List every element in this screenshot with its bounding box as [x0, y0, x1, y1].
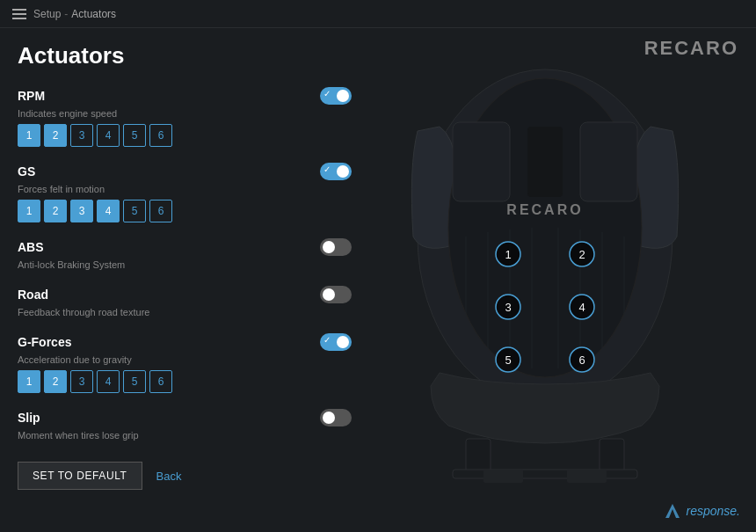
gs-btn-1[interactable]: 1: [18, 200, 40, 222]
actuator-rpm-buttons: 1 2 3 4 5 6: [18, 124, 352, 147]
actuator-gforces-buttons: 1 2 3 4 5 6: [18, 370, 352, 393]
svg-rect-8: [483, 470, 523, 483]
svg-rect-4: [527, 127, 563, 197]
svg-rect-6: [600, 439, 624, 474]
svg-rect-3: [580, 122, 637, 201]
actuator-road-toggle[interactable]: [320, 286, 352, 303]
actuator-abs-desc: Anti-lock Braking System: [18, 259, 352, 270]
actuator-abs-toggle[interactable]: [320, 238, 352, 256]
actuator-slip-name: Slip: [18, 411, 40, 425]
rpm-btn-1[interactable]: 1: [18, 124, 40, 147]
actuator-slip: Slip Moment when tires lose grip: [18, 409, 352, 441]
gforces-btn-2[interactable]: 2: [44, 370, 67, 393]
gforces-btn-3[interactable]: 3: [70, 370, 93, 393]
svg-text:4: 4: [578, 301, 585, 314]
actuator-rpm-toggle[interactable]: [320, 87, 352, 105]
actuator-gs-name: GS: [18, 164, 35, 179]
gforces-btn-5[interactable]: 5: [123, 370, 146, 393]
actuator-abs-name: ABS: [18, 240, 44, 254]
response-logo-area: response.: [662, 502, 740, 520]
actuator-gforces-toggle[interactable]: [320, 333, 352, 351]
actuator-gs-toggle[interactable]: [320, 163, 352, 180]
actuator-rpm-name: RPM: [18, 89, 45, 103]
bottom-actions: SeT To DefaulT Back: [18, 462, 352, 490]
actuator-road: Road Feedback through road texture: [18, 286, 352, 317]
svg-rect-5: [466, 439, 491, 474]
recaro-logo: RECARO: [644, 37, 738, 60]
actuator-slip-header: Slip: [18, 409, 352, 426]
actuator-gs-desc: Forces felt in motion: [18, 184, 352, 194]
rpm-btn-2[interactable]: 2: [44, 124, 67, 147]
seat-container: RECARO 1 2 3: [404, 61, 721, 500]
gs-btn-3[interactable]: 3: [70, 200, 93, 222]
svg-rect-2: [453, 122, 510, 201]
actuator-road-header: Road: [18, 286, 352, 303]
response-icon: [662, 502, 683, 520]
top-nav: Setup - Actuators: [0, 0, 756, 28]
gs-btn-6[interactable]: 6: [149, 200, 172, 222]
gs-btn-4[interactable]: 4: [97, 200, 120, 222]
rpm-btn-6[interactable]: 6: [149, 124, 172, 147]
svg-text:6: 6: [578, 353, 585, 367]
hamburger-menu[interactable]: [11, 7, 28, 21]
svg-text:RECARO: RECARO: [506, 202, 583, 217]
gforces-btn-4[interactable]: 4: [97, 370, 120, 393]
breadcrumb-setup[interactable]: Setup: [33, 8, 61, 20]
gforces-btn-1[interactable]: 1: [18, 370, 40, 393]
actuator-rpm-header: RPM: [18, 87, 352, 105]
breadcrumb-sep: -: [64, 8, 68, 20]
actuator-gforces: G-Forces Acceleration due to gravity 1 2…: [18, 333, 352, 393]
svg-text:2: 2: [578, 248, 585, 261]
rpm-btn-4[interactable]: 4: [97, 124, 120, 147]
actuator-gs: GS Forces felt in motion 1 2 3 4 5 6: [18, 163, 352, 222]
svg-rect-7: [453, 470, 637, 478]
rpm-btn-3[interactable]: 3: [70, 124, 93, 147]
svg-text:3: 3: [505, 301, 511, 314]
svg-marker-31: [665, 504, 680, 518]
response-logo-text: response.: [687, 504, 740, 518]
page-title: Actuators: [18, 42, 352, 69]
main-content: Actuators RPM Indicates engine speed 1 2…: [0, 28, 756, 532]
actuator-gforces-desc: Acceleration due to gravity: [18, 354, 352, 365]
actuator-abs: ABS Anti-lock Braking System: [18, 238, 352, 270]
rpm-btn-5[interactable]: 5: [123, 124, 146, 147]
actuator-gs-header: GS: [18, 163, 352, 180]
gs-btn-2[interactable]: 2: [44, 200, 67, 222]
set-to-default-button[interactable]: SeT To DefaulT: [18, 462, 142, 490]
actuator-gforces-name: G-Forces: [18, 335, 71, 349]
svg-text:5: 5: [505, 353, 511, 367]
actuator-gforces-header: G-Forces: [18, 333, 352, 351]
svg-rect-9: [567, 470, 607, 483]
actuator-rpm-desc: Indicates engine speed: [18, 108, 352, 119]
svg-text:1: 1: [505, 248, 511, 261]
breadcrumb-actuators: Actuators: [71, 8, 116, 20]
left-panel: Actuators RPM Indicates engine speed 1 2…: [0, 28, 369, 532]
actuator-slip-desc: Moment when tires lose grip: [18, 430, 352, 441]
back-button[interactable]: Back: [156, 470, 182, 483]
seat-svg: RECARO 1 2 3: [404, 61, 686, 483]
actuator-slip-toggle[interactable]: [320, 409, 352, 426]
actuator-abs-header: ABS: [18, 238, 352, 256]
breadcrumb: Setup - Actuators: [33, 8, 116, 20]
actuator-road-desc: Feedback through road texture: [18, 307, 352, 317]
gforces-btn-6[interactable]: 6: [149, 370, 172, 393]
actuator-road-name: Road: [18, 288, 48, 302]
right-panel: RECARO: [369, 28, 756, 532]
gs-btn-5[interactable]: 5: [123, 200, 146, 222]
actuator-gs-buttons: 1 2 3 4 5 6: [18, 200, 352, 222]
actuator-rpm: RPM Indicates engine speed 1 2 3 4 5 6: [18, 87, 352, 147]
